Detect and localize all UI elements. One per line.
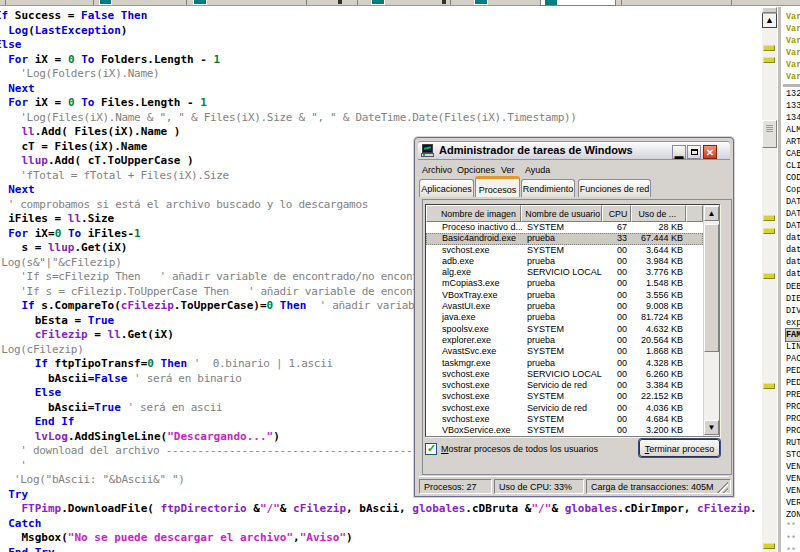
member-list-item[interactable]: PAC: [786, 353, 800, 365]
member-list-item[interactable]: DAT: [786, 220, 800, 232]
menu-archivo[interactable]: Archivo: [422, 165, 452, 175]
process-row[interactable]: svchost.exeSYSTEM0022.152 KB: [426, 391, 703, 402]
menu-ayuda[interactable]: Ayuda: [525, 165, 550, 175]
member-list-item[interactable]: Var: [786, 11, 800, 23]
member-list-item[interactable]: 134: [786, 112, 800, 124]
member-list-item[interactable]: **: [786, 521, 800, 533]
member-list-item[interactable]: ALM: [786, 124, 800, 136]
member-list-item[interactable]: Var: [786, 47, 800, 59]
member-list-item[interactable]: Var: [786, 35, 800, 47]
tab-procesos[interactable]: Procesos: [475, 176, 520, 197]
member-list-item[interactable]: DIV: [786, 305, 800, 317]
toolbar-icon[interactable]: [371, 0, 385, 5]
process-row-selected[interactable]: Basic4android.exeprueba3367.444 KB: [426, 233, 703, 244]
column-header-3[interactable]: CPU: [602, 205, 632, 222]
bookmark-mark-icon[interactable]: [763, 57, 775, 63]
member-list-item[interactable]: CLI: [786, 160, 800, 172]
member-list-item[interactable]: VER: [786, 497, 800, 509]
scroll-up-arrow-icon[interactable]: ▲: [762, 13, 777, 28]
toolbar-icon[interactable]: [99, 0, 112, 5]
member-list-item[interactable]: LIN: [786, 341, 800, 353]
process-row[interactable]: AvastUI.exeprueba009.008 KB: [426, 301, 703, 312]
member-list-item[interactable]: ART: [786, 136, 800, 148]
member-list-item-selected[interactable]: FAM: [786, 329, 800, 341]
bookmark-mark-icon[interactable]: [763, 273, 775, 279]
process-row[interactable]: svchost.exeServicio de red003.384 KB: [426, 380, 703, 391]
process-row[interactable]: spoolsv.exeSYSTEM004.632 KB: [426, 324, 703, 335]
member-list-item[interactable]: **: [786, 546, 800, 552]
column-header-spacer[interactable]: [686, 205, 703, 222]
member-list-item[interactable]: DAT: [786, 196, 800, 208]
process-row[interactable]: svchost.exeSYSTEM003.644 KB: [426, 245, 703, 256]
process-row[interactable]: svchost.exeSERVICIO LOCAL006.260 KB: [426, 369, 703, 380]
process-list-scrollbar[interactable]: ▲ ▼: [703, 205, 719, 436]
minimize-button[interactable]: ▬: [672, 145, 686, 159]
show-all-users-checkbox[interactable]: ✓: [425, 443, 437, 455]
tab-aplicaciones[interactable]: Aplicaciones: [419, 179, 474, 197]
titlebar[interactable]: Administrador de tareas de Windows ▬ ✕: [418, 141, 730, 160]
toolbar-icon[interactable]: [338, 0, 342, 4]
process-row[interactable]: mCopias3.exeprueba001.548 KB: [426, 278, 703, 289]
scroll-up-arrow-icon[interactable]: ▲: [704, 206, 719, 221]
member-list-item[interactable]: PRO: [786, 425, 800, 437]
bookmark-mark-icon[interactable]: [763, 228, 775, 234]
member-list-item[interactable]: DEB: [786, 281, 800, 293]
member-list-item[interactable]: dat: [786, 256, 800, 268]
member-list-item[interactable]: COD: [786, 172, 800, 184]
process-row[interactable]: VBoxService.exeSYSTEM003.200 KB: [426, 425, 703, 436]
toolbar-icon[interactable]: [193, 0, 207, 5]
member-list-item[interactable]: PRO: [786, 401, 800, 413]
toolbar-icon[interactable]: [545, 0, 557, 5]
member-list-item[interactable]: 133: [786, 100, 800, 112]
column-header-2[interactable]: Nombre de usuario: [521, 205, 601, 222]
tab-rendimiento[interactable]: Rendimiento: [521, 179, 575, 197]
bookmark-mark-icon[interactable]: [763, 383, 775, 389]
member-list-item[interactable]: PED: [786, 377, 800, 389]
member-list-item[interactable]: dat: [786, 268, 800, 280]
member-list-item[interactable]: PRO: [786, 413, 800, 425]
process-row[interactable]: taskmgr.exeprueba004.328 KB: [426, 358, 703, 369]
menu-opciones[interactable]: Opciones: [457, 165, 495, 175]
member-list-item[interactable]: dat: [786, 232, 800, 244]
process-row[interactable]: adb.exeprueba003.984 KB: [426, 256, 703, 267]
editor-vertical-scrollbar[interactable]: ▲: [762, 7, 777, 552]
member-list-item[interactable]: DIE: [786, 293, 800, 305]
member-list-item[interactable]: PRE: [786, 389, 800, 401]
member-list-item[interactable]: CAB: [786, 148, 800, 160]
scroll-down-arrow-icon[interactable]: ▼: [704, 420, 719, 435]
process-list[interactable]: Nombre de imagenNombre de usuarioCPUUso …: [425, 204, 720, 437]
member-list-item[interactable]: **: [786, 534, 800, 546]
process-row[interactable]: Proceso inactivo d...SYSTEM6728 KB: [426, 222, 703, 233]
member-list-item[interactable]: Var: [786, 59, 800, 71]
tab-funciones-de-red[interactable]: Funciones de red: [578, 179, 651, 197]
process-row[interactable]: alg.exeSERVICIO LOCAL003.776 KB: [426, 267, 703, 278]
member-list-item[interactable]: Var: [786, 23, 800, 35]
process-row[interactable]: VBoxTray.exeprueba003.556 KB: [426, 290, 703, 301]
end-process-button[interactable]: Terminar proceso: [639, 439, 720, 457]
member-list-item[interactable]: VEN: [786, 485, 800, 497]
column-header-1[interactable]: Nombre de imagen: [426, 205, 521, 222]
column-header-4[interactable]: Uso de ...: [631, 205, 686, 222]
bookmark-mark-icon[interactable]: [763, 45, 775, 51]
member-list-item[interactable]: exp: [786, 317, 800, 329]
member-list-item[interactable]: ZON: [786, 509, 800, 521]
process-row[interactable]: java.exeprueba0081.724 KB: [426, 312, 703, 323]
process-row[interactable]: AvastSvc.exeSYSTEM001.868 KB: [426, 346, 703, 357]
member-list-item[interactable]: 132: [786, 88, 800, 100]
member-list-item[interactable]: Cop: [786, 184, 800, 196]
scrollbar-thumb[interactable]: [762, 120, 777, 148]
scrollbar-thumb[interactable]: [704, 224, 719, 352]
member-list-item[interactable]: dat: [786, 244, 800, 256]
member-list-item[interactable]: RUT: [786, 437, 800, 449]
member-list-item[interactable]: Var: [786, 71, 800, 83]
process-row[interactable]: explorer.exeprueba0020.564 KB: [426, 335, 703, 346]
member-list-item[interactable]: DAT: [786, 208, 800, 220]
toolbar-icon[interactable]: [474, 0, 488, 5]
bookmark-mark-icon[interactable]: [763, 543, 775, 549]
bookmark-mark-icon[interactable]: [763, 215, 775, 221]
member-list-item[interactable]: VEN: [786, 473, 800, 485]
close-button[interactable]: ✕: [703, 145, 717, 159]
process-row[interactable]: svchost.exeServicio de red004.036 KB: [426, 403, 703, 414]
menu-ver[interactable]: Ver: [501, 165, 515, 175]
toolbar-icon[interactable]: [442, 0, 446, 4]
